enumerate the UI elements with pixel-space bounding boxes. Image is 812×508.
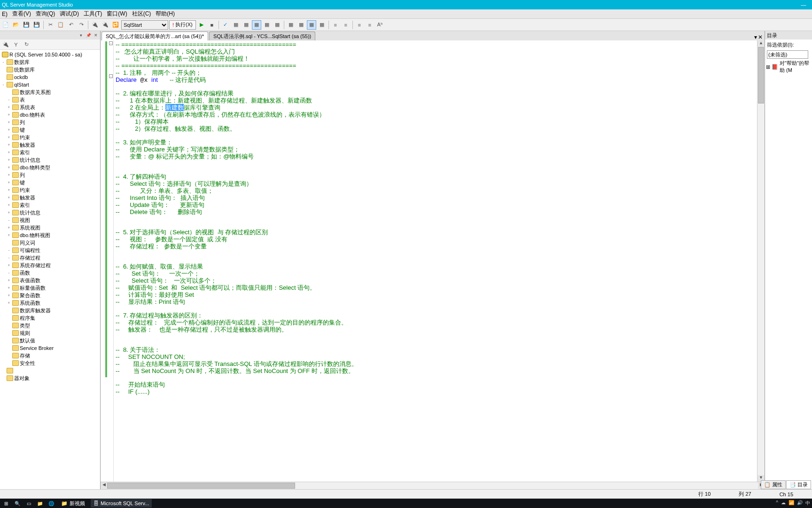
tree-node[interactable]: -函数: [0, 269, 100, 277]
tree-node[interactable]: +dbo.物料视图: [0, 231, 100, 239]
tree-node[interactable]: +聚合函数: [0, 292, 100, 299]
minimize-button[interactable]: —: [797, 2, 810, 8]
tree-node[interactable]: 规则: [0, 329, 100, 337]
results-grid-icon[interactable]: ▦: [252, 20, 261, 30]
explorer-icon[interactable]: 📁: [36, 500, 44, 507]
tree-node[interactable]: 程序集: [0, 314, 100, 322]
tree-node[interactable]: +dbo.物料表: [0, 111, 100, 119]
tree-node[interactable]: +dbo.物料类型: [0, 164, 100, 171]
horizontal-scrollbar[interactable]: ◀ ▶: [101, 482, 765, 489]
intellisense-icon[interactable]: ▦: [317, 20, 327, 30]
tray-up-icon[interactable]: ^: [776, 500, 778, 507]
tree-node[interactable]: -数据库: [0, 58, 100, 66]
tree-node[interactable]: 同义词: [0, 239, 100, 246]
ime-icon[interactable]: 中: [805, 500, 810, 507]
file-tab[interactable]: SQL语法示例.sql - YCS...SqlStart (sa (55)): [209, 32, 315, 40]
tree-node[interactable]: 数据库触发器: [0, 307, 100, 314]
search-icon[interactable]: 🔍: [13, 500, 22, 507]
properties-tab[interactable]: 📋 属性: [761, 480, 786, 489]
tab-dropdown-icon[interactable]: ▾: [754, 34, 757, 40]
file-tab-active[interactable]: SQL_怎么才能以最简单的方...art (sa (54))*: [102, 32, 208, 40]
results-text-icon[interactable]: ▦: [262, 20, 272, 30]
tab-close-icon[interactable]: ✕: [758, 34, 763, 40]
object-tree[interactable]: R (SQL Server 10.50.4000 - sa) -数据库统数据库o…: [0, 50, 100, 499]
network-icon[interactable]: 📶: [789, 500, 794, 507]
tree-node[interactable]: +键: [0, 179, 100, 186]
tree-node[interactable]: -qlStart: [0, 81, 100, 88]
open-icon[interactable]: 📂: [11, 20, 21, 30]
tree-node[interactable]: 存储: [0, 352, 100, 359]
copy-icon[interactable]: 📋: [56, 20, 65, 30]
tree-node[interactable]: +键: [0, 126, 100, 134]
tree-node[interactable]: +系统表: [0, 103, 100, 111]
help-tree-item[interactable]: ⊞ 📕 对"帮助"的帮助 (M: [765, 59, 812, 75]
debug-icon[interactable]: ▶: [197, 20, 206, 30]
menu-item[interactable]: 工具(T): [84, 10, 102, 18]
menu-item[interactable]: E): [2, 11, 8, 17]
menu-item[interactable]: 窗口(W): [107, 10, 127, 18]
uncomment-icon[interactable]: ▦: [297, 20, 306, 30]
menu-item[interactable]: 社区(C): [132, 10, 151, 18]
edge-icon[interactable]: 🌐: [47, 500, 55, 507]
filter-icon[interactable]: Y: [11, 40, 21, 49]
onedrive-icon[interactable]: ☁: [781, 500, 786, 507]
task-view-icon[interactable]: ▭: [24, 500, 33, 507]
specify-values-icon[interactable]: ≡: [355, 20, 364, 30]
code-text[interactable]: -- =====================================…: [114, 40, 757, 482]
tree-node[interactable]: +约束: [0, 186, 100, 194]
tree-node[interactable]: +标量值函数: [0, 284, 100, 292]
filter-input[interactable]: [767, 50, 808, 59]
parse-icon[interactable]: ✓: [221, 20, 230, 30]
taskbar-app[interactable]: 📁 新视频: [58, 499, 88, 508]
volume-icon[interactable]: 🔊: [797, 500, 803, 507]
options-icon[interactable]: Aᵇ: [375, 20, 385, 30]
execute-button[interactable]: !执行(X): [169, 20, 196, 30]
contents-tab[interactable]: 📑 目录: [786, 480, 811, 489]
tree-node[interactable]: +触发器: [0, 141, 100, 149]
tree-node[interactable]: ockdb: [0, 73, 100, 81]
results-file-icon[interactable]: ▦: [273, 20, 282, 30]
undo-icon[interactable]: ↶: [66, 20, 76, 30]
tree-node[interactable]: +统计信息: [0, 156, 100, 164]
tree-node[interactable]: +触发器: [0, 194, 100, 201]
tree-node[interactable]: +系统函数: [0, 299, 100, 307]
tree-node[interactable]: +约束: [0, 134, 100, 141]
tree-node[interactable]: +系统视图: [0, 224, 100, 231]
save-icon[interactable]: 💾: [22, 20, 31, 30]
tree-node[interactable]: 数据库关系图: [0, 88, 100, 96]
menu-item[interactable]: 帮助(H): [156, 10, 175, 18]
include-plan-icon[interactable]: ▦: [242, 20, 251, 30]
scroll-left-icon[interactable]: ◀: [101, 482, 107, 489]
fold-icon[interactable]: -: [109, 41, 113, 45]
specify-values-icon[interactable]: ≡: [365, 20, 375, 30]
server-node[interactable]: R (SQL Server 10.50.4000 - sa): [0, 51, 100, 58]
tree-node[interactable]: 类型: [0, 322, 100, 329]
indent-icon[interactable]: ≡: [331, 20, 340, 30]
pin-icon[interactable]: 📌: [85, 32, 92, 39]
scroll-thumb[interactable]: [758, 47, 764, 103]
tree-node[interactable]: +列: [0, 119, 100, 126]
menu-item[interactable]: 查询(Q): [36, 10, 55, 18]
start-icon[interactable]: ⊞: [2, 500, 10, 507]
tree-node[interactable]: +列: [0, 171, 100, 179]
save-all-icon[interactable]: 💾: [32, 20, 41, 30]
redo-icon[interactable]: ↷: [77, 20, 86, 30]
tree-node[interactable]: -视图: [0, 216, 100, 224]
tree-node[interactable]: 默认值: [0, 337, 100, 344]
stop-icon[interactable]: ■: [207, 20, 217, 30]
connect-icon[interactable]: 🔌: [90, 20, 100, 30]
connect-icon[interactable]: 🔌: [1, 40, 10, 49]
tree-node[interactable]: +索引: [0, 149, 100, 156]
tree-node[interactable]: -可编程性: [0, 246, 100, 254]
scroll-thumb[interactable]: [107, 483, 295, 489]
code-editor[interactable]: - - -- =================================…: [101, 40, 765, 482]
tree-node[interactable]: 器对象: [0, 374, 100, 382]
cut-icon[interactable]: ✂: [46, 20, 55, 30]
tree-node[interactable]: -存储过程: [0, 254, 100, 262]
tree-node[interactable]: 安全性: [0, 359, 100, 367]
close-icon[interactable]: ✕: [93, 32, 99, 39]
tree-node[interactable]: +统计信息: [0, 209, 100, 216]
taskbar-app-active[interactable]: 🗄 Microsoft SQL Serv...: [91, 499, 152, 508]
tree-node[interactable]: Service Broker: [0, 344, 100, 352]
new-query-icon[interactable]: 📄: [1, 20, 10, 30]
